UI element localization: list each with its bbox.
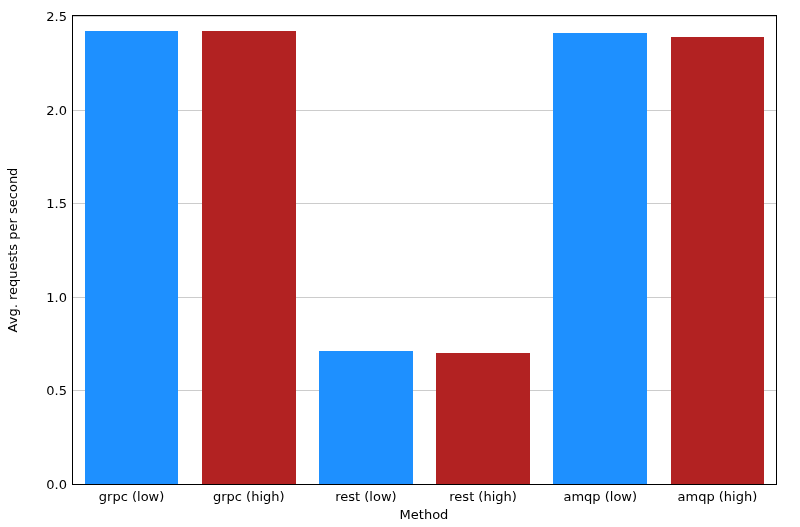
x-tick-label: amqp (high) [678,489,758,504]
x-tick-label: rest (high) [449,489,517,504]
x-tick-label: amqp (low) [563,489,637,504]
bar [671,37,765,484]
bar [553,33,647,484]
y-axis-label: Avg. requests per second [5,168,20,333]
x-tick-label: grpc (high) [213,489,285,504]
bar [202,31,296,484]
gridline [73,16,776,17]
y-tick-label: 0.0 [17,477,67,492]
bar [85,31,179,484]
plot-area [72,15,777,485]
y-tick-label: 2.0 [17,102,67,117]
y-tick-label: 2.5 [17,9,67,24]
y-tick-label: 1.0 [17,289,67,304]
y-tick-label: 1.5 [17,196,67,211]
figure: 0.00.51.01.52.02.5 grpc (low)grpc (high)… [0,0,800,527]
x-tick-label: grpc (low) [99,489,164,504]
bar [319,351,413,484]
x-axis-label: Method [400,507,449,522]
bar [436,353,530,484]
x-tick-label: rest (low) [335,489,396,504]
y-tick-label: 0.5 [17,383,67,398]
